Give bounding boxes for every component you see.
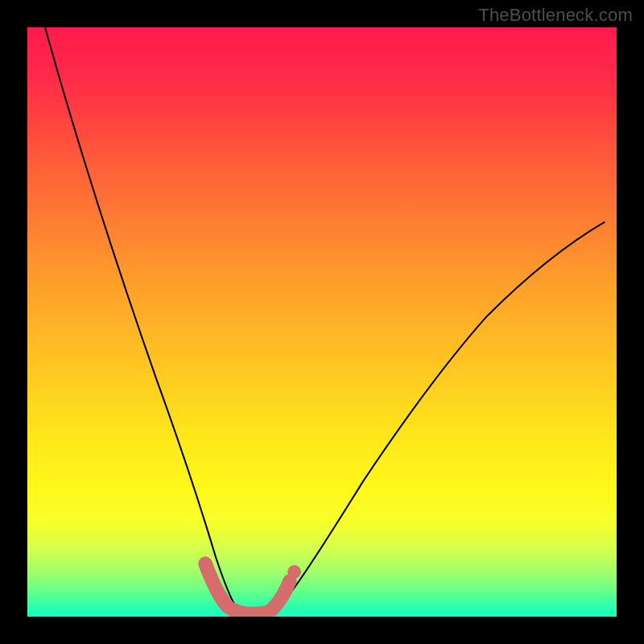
watermark-text: TheBottleneck.com [478, 5, 633, 26]
bottleneck-curve [45, 27, 605, 614]
plot-area [27, 27, 617, 617]
svg-point-0 [287, 565, 301, 579]
chart-frame: TheBottleneck.com [0, 0, 644, 644]
curve-layer [27, 27, 617, 617]
